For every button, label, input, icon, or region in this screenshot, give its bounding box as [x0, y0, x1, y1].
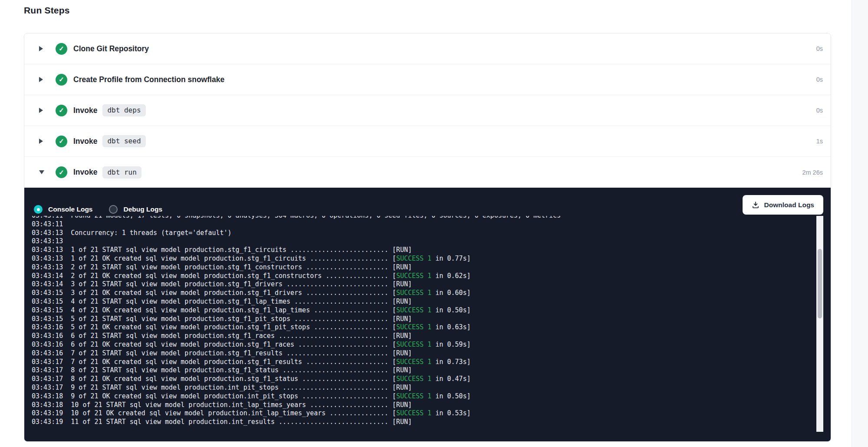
- log-line: 03:43:15 4 of 21 OK created sql view mod…: [32, 306, 796, 315]
- step-label: Clone Git Repository: [73, 44, 149, 53]
- page-title: Run Steps: [24, 5, 70, 16]
- debug-logs-radio[interactable]: Debug Logs: [109, 205, 162, 214]
- steps-list: ✓Clone Git Repository0s✓Create Profile f…: [24, 33, 831, 188]
- caret-shape: [39, 46, 43, 51]
- log-line: 03:43:11 Found 21 models, 17 tests, 0 sn…: [32, 216, 796, 220]
- run-steps-card: ✓Clone Git Repository0s✓Create Profile f…: [24, 33, 831, 442]
- log-viewport[interactable]: 03:43:11 Found 21 models, 17 tests, 0 sn…: [32, 216, 796, 432]
- radio-unselected-icon[interactable]: [109, 205, 118, 214]
- log-scrollbar-track[interactable]: [816, 216, 823, 432]
- log-line: 03:43:13 1 of 21 START sql view model pr…: [32, 246, 796, 255]
- log-line: 03:43:16 7 of 21 START sql view model pr…: [32, 349, 796, 358]
- step-label: Create Profile from Connection snowflake: [73, 75, 224, 84]
- log-line: 03:43:16 6 of 21 START sql view model pr…: [32, 332, 796, 341]
- download-logs-button[interactable]: Download Logs: [743, 195, 823, 215]
- caret-right-icon[interactable]: [39, 77, 46, 82]
- log-line: 03:43:19 10 of 21 OK created sql view mo…: [32, 409, 796, 418]
- log-line: 03:43:14 3 of 21 START sql view model pr…: [32, 280, 796, 289]
- step-row[interactable]: ✓Invokedbt seed1s: [24, 126, 831, 157]
- log-line: 03:43:16 5 of 21 OK created sql view mod…: [32, 323, 796, 332]
- step-label: Invoke: [73, 106, 97, 115]
- step-duration: 1s: [816, 138, 823, 145]
- log-scrollbar-thumb[interactable]: [818, 249, 822, 318]
- caret-shape: [39, 170, 44, 174]
- log-line: 03:43:13: [32, 237, 796, 246]
- caret-shape: [39, 108, 43, 113]
- log-content: 03:43:11 Found 21 models, 17 tests, 0 sn…: [32, 216, 796, 427]
- step-label: Invoke: [73, 168, 97, 177]
- check-circle-icon: ✓: [56, 43, 67, 55]
- radio-dot: [37, 208, 40, 211]
- caret-down-icon[interactable]: [39, 170, 46, 174]
- step-row[interactable]: ✓Invokedbt deps0s: [24, 95, 831, 126]
- log-line: 03:43:19 11 of 21 START sql view model p…: [32, 418, 796, 427]
- log-line: 03:43:14 2 of 21 OK created sql view mod…: [32, 272, 796, 281]
- log-line: 03:43:15 5 of 21 START sql view model pr…: [32, 315, 796, 324]
- check-circle-icon: ✓: [56, 136, 67, 147]
- step-label: Invoke: [73, 137, 97, 146]
- log-line: 03:43:15 4 of 21 START sql view model pr…: [32, 298, 796, 306]
- log-line: 03:43:17 7 of 21 OK created sql view mod…: [32, 358, 796, 367]
- log-line: 03:43:13 2 of 21 START sql view model pr…: [32, 263, 796, 272]
- check-circle-icon: ✓: [56, 166, 67, 178]
- log-line: 03:43:18 9 of 21 OK created sql view mod…: [32, 392, 796, 401]
- console-logs-radio[interactable]: Console Logs: [34, 205, 92, 214]
- caret-right-icon[interactable]: [39, 139, 46, 144]
- log-line: 03:43:17 8 of 21 OK created sql view mod…: [32, 375, 796, 384]
- log-line: 03:43:16 6 of 21 OK created sql view mod…: [32, 341, 796, 349]
- step-duration: 0s: [816, 107, 823, 114]
- command-chip: dbt deps: [102, 104, 145, 116]
- log-line: 03:43:18 10 of 21 START sql view model p…: [32, 401, 796, 410]
- step-row[interactable]: ✓Clone Git Repository0s: [24, 33, 831, 64]
- step-duration: 2m 26s: [802, 169, 823, 176]
- log-line: 03:43:13 1 of 21 OK created sql view mod…: [32, 255, 796, 263]
- download-icon: [752, 201, 760, 209]
- step-row[interactable]: ✓Create Profile from Connection snowflak…: [24, 64, 831, 95]
- page-right-gutter: [852, 0, 868, 447]
- log-line: 03:43:17 8 of 21 START sql view model pr…: [32, 366, 796, 375]
- step-duration: 0s: [816, 45, 823, 52]
- log-panel: Console Logs Debug Logs Download Logs 03…: [24, 188, 831, 441]
- caret-shape: [39, 77, 43, 82]
- radio-selected-icon[interactable]: [34, 205, 43, 214]
- step-row[interactable]: ✓Invokedbt run2m 26s: [24, 157, 831, 188]
- log-line: 03:43:11: [32, 220, 796, 229]
- check-circle-icon: ✓: [56, 105, 67, 116]
- debug-logs-label[interactable]: Debug Logs: [123, 205, 162, 213]
- caret-shape: [39, 139, 43, 144]
- caret-right-icon[interactable]: [39, 108, 46, 113]
- command-chip: dbt seed: [102, 135, 145, 147]
- console-logs-label[interactable]: Console Logs: [48, 205, 92, 213]
- log-line: 03:43:13 Concurrency: 1 threads (target=…: [32, 229, 796, 238]
- log-tabs: Console Logs Debug Logs: [34, 205, 162, 214]
- check-circle-icon: ✓: [56, 74, 67, 86]
- caret-right-icon[interactable]: [39, 46, 46, 51]
- download-logs-label: Download Logs: [764, 201, 814, 209]
- log-line: 03:43:15 3 of 21 OK created sql view mod…: [32, 289, 796, 298]
- step-duration: 0s: [816, 76, 823, 83]
- command-chip: dbt run: [102, 166, 141, 179]
- log-line: 03:43:17 9 of 21 START sql view model pr…: [32, 384, 796, 392]
